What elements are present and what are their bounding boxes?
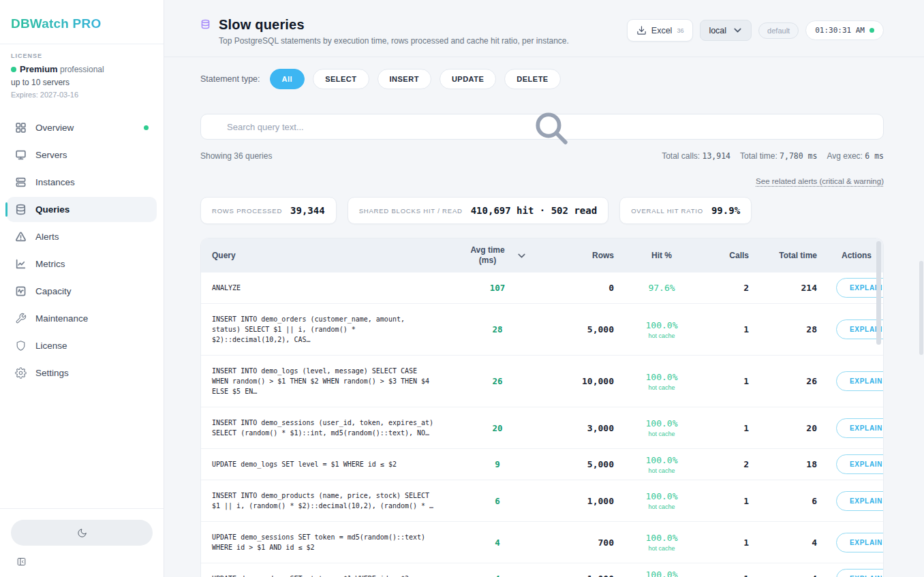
sidebar-item-maintenance[interactable]: Maintenance [7, 306, 157, 331]
page-subtitle: Top PostgreSQL statements by execution t… [219, 36, 569, 46]
nav-item-label: Capacity [35, 286, 72, 296]
app-logo: DBWatch PRO [0, 0, 164, 44]
query-text: INSERT INTO demo_sessions (user_id, toke… [201, 407, 446, 448]
stat-label: OVERALL HIT RATIO [631, 207, 703, 215]
stack-icon [15, 176, 27, 188]
collapse-sidebar-button[interactable] [14, 555, 29, 570]
rows-value: 5,000 [549, 324, 614, 334]
filter-pill-all[interactable]: All [270, 69, 305, 89]
avg-time-value: 4 [446, 574, 549, 577]
hot-cache-label: hot cache [614, 503, 709, 510]
license-tier: Premium professional [11, 64, 153, 74]
rows-value: 3,000 [549, 423, 614, 433]
page-scrollbar-thumb[interactable] [919, 261, 923, 355]
hit-ratio-value: 100.0% hot cache [614, 372, 709, 391]
sidebar-item-overview[interactable]: Overview [7, 115, 157, 140]
license-label: LICENSE [11, 52, 153, 59]
stat-card: OVERALL HIT RATIO 99.9% [619, 197, 752, 224]
nav-item-label: Metrics [35, 259, 65, 269]
hit-ratio-value: 97.6% [614, 283, 709, 293]
table-body: ANALYZE 107 0 97.6% 2 214 EXPLAIN INSERT… [201, 272, 883, 577]
column-header-rows: Rows [549, 245, 614, 266]
column-header-avg-time[interactable]: Avg time (ms) [446, 239, 549, 272]
server-select[interactable]: local [700, 20, 752, 41]
summary-row: Showing 36 queries Total calls: 13,914 T… [200, 151, 884, 161]
sidebar-item-license[interactable]: License [7, 333, 157, 358]
totals-strip: Total calls: 13,914 Total time: 7,780 ms… [662, 151, 884, 161]
nav-status-dot [144, 125, 149, 130]
table-scrollbar-thumb[interactable] [876, 241, 881, 345]
rows-value: 1,000 [549, 574, 614, 577]
query-text: INSERT INTO demo_orders (customer_name, … [201, 304, 446, 355]
total-time-value: 4 [749, 574, 817, 577]
chart-icon [15, 258, 27, 270]
sidebar-nav: Overview Servers Instances Queries Alert… [0, 106, 164, 508]
nav-item-label: Servers [35, 150, 67, 160]
alerts-link-row: See related alerts (critical & warning) [200, 174, 884, 187]
sidebar-item-metrics[interactable]: Metrics [7, 251, 157, 277]
nav-item-label: License [35, 341, 67, 351]
filter-pill-insert[interactable]: INSERT [378, 69, 431, 89]
nav-item-label: Alerts [35, 232, 59, 242]
sidebar-item-instances[interactable]: Instances [7, 170, 157, 195]
title-block: Slow queries Top PostgreSQL statements b… [200, 17, 569, 46]
column-header-calls: Calls [709, 245, 749, 266]
related-alerts-link[interactable]: See related alerts (critical & warning) [756, 177, 884, 185]
avg-time-value: 26 [446, 376, 549, 386]
sidebar-item-queries[interactable]: Queries [7, 197, 157, 222]
explain-button[interactable]: EXPLAIN [836, 533, 884, 552]
calls-value: 1 [709, 423, 749, 433]
total-time-value: 6 [749, 496, 817, 506]
avg-exec: Avg exec: 6 ms [827, 151, 884, 161]
calls-value: 1 [709, 496, 749, 506]
table-row: INSERT INTO demo_orders (customer_name, … [201, 303, 883, 355]
export-excel-button[interactable]: Excel 36 [627, 19, 694, 42]
filter-pill-delete[interactable]: DELETE [504, 69, 560, 89]
sidebar-item-servers[interactable]: Servers [7, 142, 157, 168]
header-controls: Excel 36 local default 01:30:31 AM [627, 19, 884, 42]
explain-button[interactable]: EXPLAIN [836, 569, 884, 577]
table-header-row: Query Avg time (ms) Rows Hit % Calls Tot… [201, 238, 883, 272]
total-time-value: 214 [749, 283, 817, 293]
column-header-hit: Hit % [614, 245, 709, 266]
license-servers: up to 10 servers [11, 78, 153, 87]
rows-value: 0 [549, 283, 614, 293]
sidebar: DBWatch PRO LICENSE Premium professional… [0, 0, 164, 577]
sidebar-item-settings[interactable]: Settings [7, 360, 157, 386]
sidebar-item-alerts[interactable]: Alerts [7, 224, 157, 249]
dark-mode-toggle[interactable] [11, 520, 153, 546]
search-icon [200, 101, 211, 111]
clock-time: 01:30:31 AM [815, 26, 865, 35]
database-icon [15, 204, 27, 215]
table-row: INSERT INTO demo_sessions (user_id, toke… [201, 407, 883, 448]
stat-value: 410,697 hit · 502 read [471, 205, 597, 216]
statement-type-pills: AllSELECTINSERTUPDATEDELETE [270, 69, 561, 89]
nav-item-label: Overview [35, 123, 74, 133]
search-bar [200, 101, 884, 140]
total-time-value: 4 [749, 537, 817, 548]
license-expires: Expires: 2027-03-16 [11, 91, 153, 99]
sidebar-item-capacity[interactable]: Capacity [7, 279, 157, 304]
explain-button[interactable]: EXPLAIN [836, 371, 884, 391]
explain-button[interactable]: EXPLAIN [836, 491, 884, 511]
shield-icon [15, 340, 27, 352]
avg-time-value: 20 [446, 423, 549, 433]
license-summary: LICENSE Premium professional up to 10 se… [0, 44, 164, 106]
filter-pill-update[interactable]: UPDATE [440, 69, 496, 89]
moon-icon [77, 528, 87, 538]
download-icon [636, 25, 647, 35]
total-time: Total time: 7,780 ms [740, 151, 817, 161]
rows-value: 5,000 [549, 459, 614, 469]
calls-value: 2 [709, 459, 749, 469]
calls-value: 1 [709, 376, 749, 386]
hot-cache-label: hot cache [614, 332, 709, 339]
filter-pill-select[interactable]: SELECT [313, 69, 369, 89]
app-root: DBWatch PRO LICENSE Premium professional… [0, 0, 924, 577]
explain-button[interactable]: EXPLAIN [836, 418, 884, 438]
hit-ratio-value: 100.0% hot cache [614, 570, 709, 577]
page-header: Slow queries Top PostgreSQL statements b… [164, 0, 924, 57]
query-text: INSERT INTO demo_products (name, price, … [201, 480, 446, 521]
page-title: Slow queries [219, 17, 569, 33]
explain-button[interactable]: EXPLAIN [836, 454, 884, 474]
live-status-dot [869, 28, 874, 33]
